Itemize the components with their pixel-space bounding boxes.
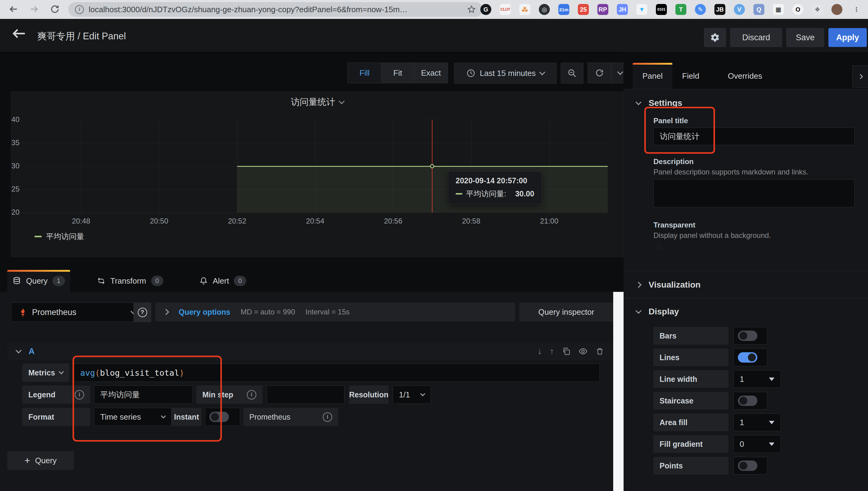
description-textarea[interactable]: [653, 179, 855, 207]
tab-query[interactable]: Query 1: [7, 270, 70, 292]
url-text[interactable]: localhost:3000/d/nJDTzvOGz/shuang-ge-zhu…: [89, 5, 407, 15]
info-icon[interactable]: i: [323, 412, 332, 422]
copy-query-icon[interactable]: [562, 347, 570, 355]
refresh-button[interactable]: [588, 62, 611, 83]
description-hint: Panel description supports markdown and …: [653, 168, 808, 176]
option-toggle-points[interactable]: [738, 461, 757, 471]
series-color-dash-icon: [456, 193, 462, 195]
jh-extension-icon[interactable]: JH: [617, 4, 628, 15]
sidebar-tab-panel[interactable]: Panel: [633, 63, 672, 89]
chevron-down-icon: [420, 391, 426, 397]
size-mode-exact[interactable]: Exact: [414, 62, 448, 83]
chevron-down-icon: [16, 347, 22, 353]
discard-button[interactable]: Discard: [730, 28, 782, 47]
move-query-down-button[interactable]: ↓: [538, 346, 542, 356]
apply-button[interactable]: Apply: [828, 28, 867, 47]
time-range-label: Last 15 minutes: [480, 68, 536, 78]
zoom-out-button[interactable]: [561, 63, 583, 84]
sidebar-tab-overrides[interactable]: Overrides: [728, 63, 762, 89]
jetbrains-extension-icon[interactable]: JB: [714, 4, 725, 15]
legend-item[interactable]: 平均访问量: [34, 231, 84, 241]
metrics-dropdown[interactable]: Metrics: [22, 364, 69, 382]
add-query-button[interactable]: + Query: [7, 451, 74, 470]
option-select-line-width[interactable]: 1: [733, 370, 781, 388]
search-extension-icon[interactable]: Q: [753, 4, 764, 15]
resolution-value: 1/1: [399, 390, 410, 400]
info-icon[interactable]: i: [247, 390, 256, 400]
size-mode-fill[interactable]: Fill: [347, 62, 381, 83]
instant-toggle[interactable]: [209, 412, 229, 422]
browser-menu-icon[interactable]: ⋮: [851, 4, 862, 15]
move-query-up-button[interactable]: ↑: [550, 346, 554, 356]
tampermonkey-extension-icon[interactable]: T: [675, 4, 686, 15]
settings-section-header[interactable]: Settings: [637, 98, 682, 108]
tab-transform-count: 0: [151, 276, 163, 286]
option-select-area-fill[interactable]: 1: [733, 413, 781, 431]
instant-toggle-container: [205, 408, 240, 426]
browser-reload-button[interactable]: [49, 3, 61, 15]
visualization-section-header[interactable]: Visualization: [637, 280, 701, 290]
site-info-icon[interactable]: i: [75, 5, 84, 14]
tab-alert[interactable]: Alert 0: [199, 270, 246, 292]
panel-preview: 访问量统计 202530354020:4820:5020:5220:5420:5…: [11, 91, 624, 257]
puzzle-extension-icon[interactable]: ❖: [812, 4, 823, 15]
min-step-input[interactable]: [267, 385, 344, 404]
option-toggle-lines[interactable]: [738, 352, 757, 363]
browser-forward-button[interactable]: [28, 3, 40, 15]
refresh-icon: [595, 68, 604, 78]
format-select[interactable]: Time series: [94, 408, 172, 426]
github-extension-icon[interactable]: G: [480, 4, 491, 15]
size-mode-fit[interactable]: Fit: [381, 62, 414, 83]
divider: [624, 298, 868, 298]
tab-transform[interactable]: Transform 0: [97, 270, 163, 292]
transparent-hint: Display panel without a background.: [653, 231, 771, 240]
query-options-bar[interactable]: Query options MD = auto = 990 Interval =…: [155, 302, 515, 321]
delete-query-trash-icon[interactable]: [595, 347, 604, 355]
clock-icon: [466, 68, 475, 78]
promql-expression-input[interactable]: avg(blog_visit_total): [74, 364, 600, 382]
save-button[interactable]: Save: [786, 28, 824, 47]
sidebar-tab-field[interactable]: Field: [682, 63, 699, 89]
pane-splitter[interactable]: [613, 292, 624, 491]
browser-back-button[interactable]: [7, 3, 20, 15]
back-to-dashboard-button[interactable]: [11, 26, 27, 41]
tasks-25-extension-icon[interactable]: 25: [578, 4, 589, 15]
time-range-picker[interactable]: Last 15 minutes: [454, 63, 557, 84]
legend-series-name: 平均访问量: [46, 231, 84, 241]
query-row-header[interactable]: A ↓ ↑: [7, 343, 613, 360]
datasource-help-button[interactable]: ?: [133, 302, 151, 322]
clut-extension-icon[interactable]: CLUT: [500, 4, 511, 15]
timer-21m-extension-icon[interactable]: 21m: [558, 4, 569, 15]
panel-title-input[interactable]: 访问量统计: [653, 127, 855, 145]
qr-extension-icon[interactable]: ▦: [773, 4, 784, 15]
datasource-picker[interactable]: Prometheus: [11, 302, 143, 322]
tooltip-time: 2020-09-14 20:57:00: [448, 171, 541, 185]
bookmark-star-icon[interactable]: [467, 5, 476, 14]
funnel-extension-icon[interactable]: ▼: [637, 4, 647, 15]
mindmap-extension-icon[interactable]: ⁂: [519, 4, 530, 15]
pen-extension-icon[interactable]: ✎: [695, 4, 706, 15]
binary-extension-icon[interactable]: 0101: [656, 4, 667, 15]
resolution-select[interactable]: 1/1: [393, 385, 431, 404]
lens-extension-icon[interactable]: ◎: [539, 4, 550, 15]
rp-extension-icon[interactable]: RP: [597, 4, 608, 15]
v-extension-icon[interactable]: V: [734, 4, 745, 15]
display-section-header[interactable]: Display: [637, 307, 679, 317]
legend-format-input[interactable]: 平均访问量: [94, 385, 193, 404]
query-inspector-button[interactable]: Query inspector: [519, 302, 613, 321]
y-axis-tick-label: 25: [11, 185, 20, 193]
avatar[interactable]: [831, 4, 842, 15]
collapse-sidebar-button[interactable]: [852, 65, 868, 88]
option-select-fill-gradient[interactable]: 0: [733, 435, 781, 453]
address-bar[interactable]: i localhost:3000/d/nJDTzvOGz/shuang-ge-z…: [68, 2, 483, 17]
back-arrow-icon: [11, 26, 27, 41]
option-toggle-bars[interactable]: [738, 330, 757, 341]
query-options-toggle[interactable]: Query options: [179, 308, 230, 317]
tab-alert-count: 0: [234, 276, 246, 286]
dashboard-settings-button[interactable]: [704, 28, 726, 47]
option-toggle-staircase[interactable]: [738, 396, 757, 406]
o-extension-icon[interactable]: O: [793, 4, 803, 15]
hide-query-eye-icon[interactable]: [579, 347, 588, 356]
query-options-interval: Interval = 15s: [305, 308, 349, 316]
info-icon[interactable]: i: [75, 390, 84, 400]
